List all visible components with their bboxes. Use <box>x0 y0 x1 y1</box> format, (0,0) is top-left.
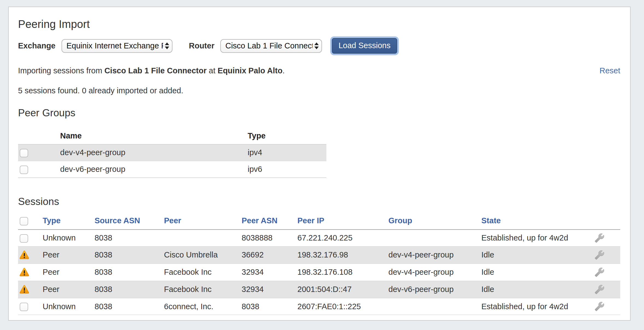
peer-groups-header-spacer <box>18 128 60 144</box>
peer-groups-header-name: Name <box>60 128 248 144</box>
wrench-icon[interactable] <box>595 267 604 277</box>
session-state: Idle <box>481 281 591 298</box>
peer-group-checkbox[interactable] <box>20 149 28 157</box>
session-source-asn: 8038 <box>95 264 164 281</box>
status-row: Importing sessions from Cisco Lab 1 File… <box>18 66 620 75</box>
peer-group-row: dev-v4-peer-group ipv4 <box>18 144 326 161</box>
session-peer-asn: 32934 <box>242 264 297 281</box>
controls-row: Exchange Equinix Internet Exchange Palo … <box>18 38 620 54</box>
sort-group-link[interactable]: Group <box>388 216 412 225</box>
session-type: Peer <box>43 246 95 264</box>
sessions-header-row: Type Source ASN Peer Peer ASN Peer IP Gr… <box>18 213 620 230</box>
session-source-asn: 8038 <box>95 281 164 298</box>
select-stepper-icon <box>165 42 169 49</box>
session-row: Peer 8038 Cisco Umbrella 36692 198.32.17… <box>18 246 620 264</box>
select-stepper-icon <box>314 42 319 49</box>
peer-group-type: ipv6 <box>248 161 326 178</box>
session-source-asn: 8038 <box>95 230 164 247</box>
peer-groups-heading: Peer Groups <box>18 107 620 119</box>
session-peer-asn: 8038888 <box>242 230 297 247</box>
session-state: Established, up for 4w2d <box>481 298 591 315</box>
session-type: Unknown <box>43 298 95 315</box>
sessions-table: Type Source ASN Peer Peer ASN Peer IP Gr… <box>18 213 620 315</box>
reset-link-top[interactable]: Reset <box>599 66 620 75</box>
sessions-heading: Sessions <box>18 196 620 207</box>
session-row: Peer 8038 Facebook Inc 32934 2001:504:D:… <box>18 281 620 298</box>
exchange-select[interactable]: Equinix Internet Exchange Palo Alto <box>62 39 172 53</box>
wrench-icon[interactable] <box>595 250 604 260</box>
session-peer-ip: 2607:FAE0:1::225 <box>297 298 388 315</box>
session-peer: Cisco Umbrella <box>164 246 242 264</box>
session-checkbox[interactable] <box>20 234 28 243</box>
wrench-icon[interactable] <box>595 233 604 243</box>
session-group <box>388 298 481 315</box>
session-peer-ip: 2001:504:D::47 <box>297 281 388 298</box>
status-exchange-name: Equinix Palo Alto <box>218 66 282 75</box>
load-sessions-button[interactable]: Load Sessions <box>332 38 397 54</box>
router-select[interactable]: Cisco Lab 1 File Connector <box>220 39 322 53</box>
peer-group-name: dev-v6-peer-group <box>60 161 248 178</box>
session-peer-ip: 198.32.176.108 <box>297 264 388 281</box>
status-middle: at <box>209 66 215 75</box>
session-peer: Facebook Inc <box>164 281 242 298</box>
peer-group-row: dev-v6-peer-group ipv6 <box>18 161 326 178</box>
session-row: Peer 8038 Facebook Inc 32934 198.32.176.… <box>18 264 620 281</box>
session-peer-asn: 8038 <box>242 298 297 315</box>
sessions-found-summary: 5 sessions found. 0 already imported or … <box>18 86 620 95</box>
session-peer-ip: 198.32.176.98 <box>297 246 388 264</box>
session-group: dev-v6-peer-group <box>388 281 481 298</box>
session-state: Idle <box>481 264 591 281</box>
sessions-header-actions <box>591 213 620 230</box>
exchange-select-value: Equinix Internet Exchange Palo Alto <box>66 41 163 50</box>
warning-icon <box>19 250 30 260</box>
session-type: Unknown <box>43 230 95 247</box>
session-source-asn: 8038 <box>95 298 164 315</box>
page-title: Peering Import <box>18 18 620 30</box>
wrench-icon[interactable] <box>595 302 604 311</box>
session-group: dev-v4-peer-group <box>388 246 481 264</box>
router-label: Router <box>189 41 214 50</box>
session-peer-asn: 36692 <box>242 246 297 264</box>
session-checkbox[interactable] <box>20 303 28 311</box>
sort-peer-link[interactable]: Peer <box>164 216 181 225</box>
session-type: Peer <box>43 264 95 281</box>
peer-group-checkbox[interactable] <box>20 166 28 174</box>
sort-peer-asn-link[interactable]: Peer ASN <box>242 216 277 225</box>
session-peer-asn: 32934 <box>242 281 297 298</box>
sort-state-link[interactable]: State <box>481 216 501 225</box>
session-state: Idle <box>481 246 591 264</box>
sort-peer-ip-link[interactable]: Peer IP <box>297 216 324 225</box>
peer-groups-header-type: Type <box>248 128 326 144</box>
session-row: Unknown 8038 6connect, Inc. 8038 2607:FA… <box>18 298 620 315</box>
status-connector-name: Cisco Lab 1 File Connector <box>104 66 207 75</box>
session-row: Unknown 8038 8038888 67.221.240.225 Esta… <box>18 230 620 247</box>
importing-status-text: Importing sessions from Cisco Lab 1 File… <box>18 66 285 75</box>
warning-icon <box>19 267 30 277</box>
session-group: dev-v4-peer-group <box>388 264 481 281</box>
session-group <box>388 230 481 247</box>
status-suffix: . <box>282 66 285 75</box>
session-state: Established, up for 4w2d <box>481 230 591 247</box>
status-prefix: Importing sessions from <box>18 66 102 75</box>
peer-groups-table: Name Type dev-v4-peer-group ipv4 dev-v6-… <box>18 128 326 178</box>
session-peer: Facebook Inc <box>164 264 242 281</box>
session-peer <box>164 230 242 247</box>
peer-group-type: ipv4 <box>248 144 326 161</box>
session-type: Peer <box>43 281 95 298</box>
peering-import-panel: Peering Import Exchange Equinix Internet… <box>8 7 631 321</box>
peer-groups-header-row: Name Type <box>18 128 326 144</box>
session-peer-ip: 67.221.240.225 <box>297 230 388 247</box>
sort-type-link[interactable]: Type <box>43 216 61 225</box>
select-all-checkbox[interactable] <box>20 217 28 225</box>
wrench-icon[interactable] <box>595 285 604 294</box>
exchange-label: Exchange <box>18 41 55 50</box>
warning-icon <box>19 284 30 295</box>
session-peer: 6connect, Inc. <box>164 298 242 315</box>
router-select-value: Cisco Lab 1 File Connector <box>225 41 313 50</box>
session-source-asn: 8038 <box>95 246 164 264</box>
sort-source-asn-link[interactable]: Source ASN <box>95 216 140 225</box>
peer-group-name: dev-v4-peer-group <box>60 144 248 161</box>
